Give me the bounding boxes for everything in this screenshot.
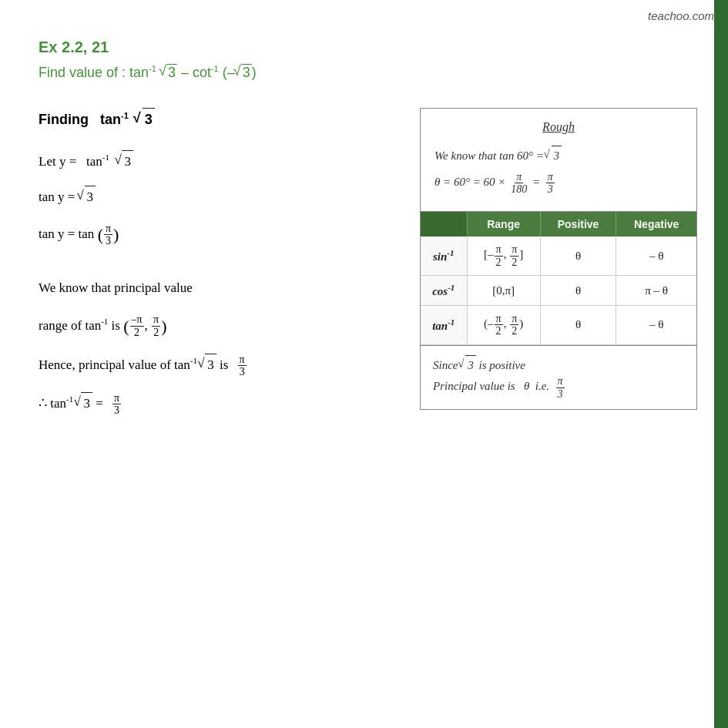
- step-3: tan y = tan (π3): [39, 221, 404, 248]
- main-content: Ex 2.2, 21 Find value of : tan-1 √3 – co…: [0, 0, 728, 461]
- rough-line2: θ = 60° = 60 × π180 = π3: [434, 171, 683, 196]
- rough-box: Rough We know that tan 60° = √3 θ = 60° …: [420, 108, 697, 212]
- note-line2: Principal value is θ i.e. π3: [433, 375, 684, 400]
- pos-sin: θ: [540, 237, 616, 275]
- step-7: ∴ tan-1 √3 = π3: [39, 392, 404, 417]
- left-content: Finding tan-1 √3 Let y = tan-1 √3 tan y …: [39, 108, 404, 431]
- step-6: Hence, principal value of tan-1 √3 is π3: [39, 354, 404, 378]
- range-cos: [0,π]: [467, 276, 540, 306]
- func-sin: sin-1: [421, 237, 467, 275]
- note-line1: Since √3 is positive: [433, 355, 684, 376]
- table-row-tan: tan-1 (–π2, π2) θ – θ: [421, 306, 696, 345]
- pos-cos: θ: [540, 276, 616, 306]
- col-header-func: [421, 212, 467, 237]
- note-box: Since √3 is positive Principal value is …: [420, 346, 697, 410]
- table-container: Range Positive Negative sin-1 [–π2, π2] …: [420, 212, 697, 346]
- neg-sin: – θ: [616, 237, 696, 275]
- range-tan: (–π2, π2): [467, 306, 540, 345]
- ex-title: Ex 2.2, 21: [39, 39, 697, 56]
- step-2: tan y = √3: [39, 186, 404, 207]
- table-row-cos: cos-1 [0,π] θ π – θ: [421, 276, 696, 306]
- pos-tan: θ: [540, 306, 616, 345]
- problem-statement: Find value of : tan-1 √3 – cot-1 (–√3): [39, 64, 697, 81]
- func-cos: cos-1: [421, 276, 467, 306]
- rough-title: Rough: [434, 120, 683, 134]
- func-tan: tan-1: [421, 306, 467, 345]
- neg-tan: – θ: [616, 306, 696, 345]
- rough-line1: We know that tan 60° = √3: [434, 146, 683, 166]
- step-1: Let y = tan-1 √3: [39, 150, 404, 172]
- range-sin: [–π2, π2]: [467, 237, 540, 275]
- right-panel: Rough We know that tan 60° = √3 θ = 60° …: [420, 108, 697, 410]
- reference-table: Range Positive Negative sin-1 [–π2, π2] …: [421, 212, 696, 345]
- col-header-positive: Positive: [540, 212, 616, 237]
- step-5: range of tan-1 is (–π2, π2): [39, 313, 404, 340]
- table-row-sin: sin-1 [–π2, π2] θ – θ: [421, 237, 696, 275]
- col-header-negative: Negative: [616, 212, 696, 237]
- section-title: Finding tan-1 √3: [39, 108, 404, 131]
- col-header-range: Range: [467, 212, 540, 237]
- step-4: We know that principal value: [39, 277, 404, 298]
- content-area: Finding tan-1 √3 Let y = tan-1 √3 tan y …: [39, 108, 697, 431]
- neg-cos: π – θ: [616, 276, 696, 306]
